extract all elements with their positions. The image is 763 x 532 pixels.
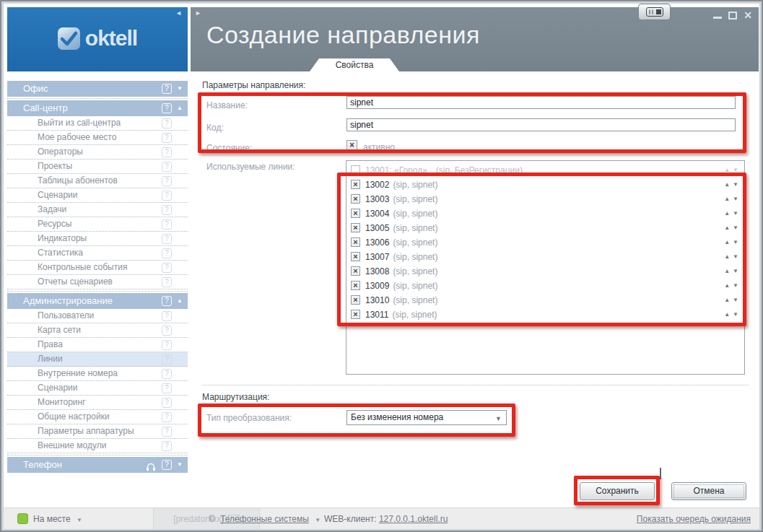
help-icon[interactable]: ?: [162, 234, 172, 244]
active-checkbox[interactable]: ×: [346, 140, 357, 151]
cancel-button[interactable]: Отмена: [671, 482, 746, 500]
help-icon[interactable]: ?: [162, 311, 172, 321]
line-checkbox[interactable]: [351, 165, 360, 175]
help-icon[interactable]: ?: [162, 162, 172, 172]
sidebar-item[interactable]: Отчеты сценариев?: [7, 275, 188, 289]
transform-type-select[interactable]: Без изменения номера ▼: [346, 410, 507, 425]
move-up-icon[interactable]: ▲: [724, 282, 730, 289]
help-icon[interactable]: ?: [162, 412, 172, 422]
name-input[interactable]: [346, 96, 736, 109]
company-link[interactable]: Телефонные системы: [220, 514, 309, 524]
sidebar-item[interactable]: Сценарии?: [7, 381, 188, 396]
sidebar-section-4[interactable]: Телефон?▼: [7, 457, 188, 473]
help-icon[interactable]: ?: [162, 263, 172, 273]
help-icon[interactable]: ?: [162, 248, 172, 258]
sidebar-item[interactable]: Общие настройки?: [7, 410, 188, 424]
sidebar-item[interactable]: Статистика?: [7, 246, 188, 261]
help-icon[interactable]: ?: [162, 369, 172, 379]
line-checkbox[interactable]: ×: [351, 281, 360, 290]
move-down-icon[interactable]: ▼: [733, 311, 738, 318]
sidebar-item[interactable]: Операторы?: [7, 145, 188, 160]
sidebar-item[interactable]: Проекты?: [7, 160, 188, 174]
sidebar-item[interactable]: Задачи?: [7, 203, 188, 217]
help-icon[interactable]: ?: [162, 398, 172, 408]
help-icon[interactable]: ?: [162, 103, 172, 113]
sidebar-item[interactable]: Мое рабочее место?: [7, 131, 188, 145]
move-up-icon[interactable]: ▲: [724, 196, 730, 202]
line-row[interactable]: ×13008(sip, sipnet)▲▼: [346, 264, 744, 279]
help-icon[interactable]: ?: [162, 354, 172, 365]
line-row[interactable]: ×13003(sip, sipnet)▲▼: [346, 192, 744, 206]
help-icon[interactable]: ?: [162, 441, 172, 451]
help-icon[interactable]: ?: [162, 191, 172, 201]
save-button[interactable]: Сохранить: [580, 482, 655, 500]
window-panel-button[interactable]: [638, 4, 671, 20]
help-icon[interactable]: ?: [162, 427, 172, 437]
move-down-icon[interactable]: ▼: [733, 297, 738, 303]
move-up-icon[interactable]: ▲: [724, 239, 730, 245]
move-up-icon[interactable]: ▲: [724, 268, 730, 274]
line-checkbox[interactable]: ×: [351, 180, 360, 189]
sidebar-section-3[interactable]: Администрирование?▲: [7, 293, 188, 309]
move-up-icon[interactable]: ▲: [724, 297, 730, 303]
move-down-icon[interactable]: ▼: [733, 181, 738, 188]
line-checkbox[interactable]: ×: [351, 310, 360, 319]
help-icon[interactable]: ?: [162, 205, 172, 215]
sidebar-item[interactable]: Права?: [7, 338, 188, 352]
maximize-icon[interactable]: [728, 12, 737, 19]
help-icon[interactable]: ?: [162, 133, 172, 143]
line-row[interactable]: ×13005(sip, sipnet)▲▼: [346, 221, 744, 235]
move-up-icon[interactable]: ▲: [724, 181, 730, 188]
line-row[interactable]: ×13004(sip, sipnet)▲▼: [346, 206, 744, 221]
show-queue-link[interactable]: Показать очередь ожидания: [637, 514, 751, 524]
line-row[interactable]: ×13010(sip, sipnet)▲▼: [346, 293, 744, 308]
help-icon[interactable]: ?: [162, 219, 172, 230]
line-checkbox[interactable]: ×: [351, 295, 360, 305]
panel-expand-icon[interactable]: ►: [195, 9, 201, 17]
help-icon[interactable]: ?: [162, 147, 172, 157]
help-icon[interactable]: ?: [162, 383, 172, 393]
move-up-icon[interactable]: ▲: [724, 167, 730, 173]
line-checkbox[interactable]: ×: [351, 194, 360, 204]
sidebar-item[interactable]: Индикаторы?: [7, 232, 188, 246]
help-icon[interactable]: ?: [162, 176, 172, 186]
close-icon[interactable]: ✕: [744, 10, 752, 21]
sidebar-item[interactable]: Выйти из call-центра?: [7, 116, 188, 131]
move-up-icon[interactable]: ▲: [724, 253, 730, 260]
move-down-icon[interactable]: ▼: [733, 196, 738, 202]
line-row[interactable]: ×13011(sip, sipnet)▲▼: [346, 308, 744, 322]
move-down-icon[interactable]: ▼: [733, 224, 738, 231]
move-down-icon[interactable]: ▼: [733, 253, 738, 260]
sidebar-item[interactable]: Ресурсы?: [7, 217, 188, 232]
help-icon[interactable]: ?: [162, 340, 172, 350]
sidebar-item[interactable]: Параметры аппаратуры?: [7, 424, 188, 439]
line-row[interactable]: ×13007(sip, sipnet)▲▼: [346, 250, 744, 264]
line-row[interactable]: ×13006(sip, sipnet)▲▼: [346, 235, 744, 250]
web-client-link[interactable]: 127.0.0.1.oktell.ru: [379, 514, 448, 524]
move-up-icon[interactable]: ▲: [724, 224, 730, 231]
move-down-icon[interactable]: ▼: [733, 167, 738, 173]
minimize-icon[interactable]: [713, 17, 722, 19]
presence-status-icon[interactable]: [17, 513, 28, 524]
sidebar-item[interactable]: Пользователи?: [7, 309, 188, 323]
sidebar-item[interactable]: Таблицы абонентов?: [7, 174, 188, 188]
code-input[interactable]: [346, 118, 736, 131]
tab-properties[interactable]: Свойства: [310, 58, 399, 71]
presence-selector[interactable]: На месте ▼: [33, 514, 82, 524]
help-icon[interactable]: ?: [162, 326, 172, 336]
sidebar-section-1[interactable]: Офис?▼: [7, 81, 188, 97]
line-checkbox[interactable]: ×: [351, 266, 360, 276]
line-row[interactable]: ×13009(sip, sipnet)▲▼: [346, 279, 744, 293]
help-icon[interactable]: ?: [162, 277, 172, 287]
move-down-icon[interactable]: ▼: [733, 268, 738, 274]
line-checkbox[interactable]: ×: [351, 252, 360, 261]
help-icon[interactable]: ?: [162, 118, 172, 128]
sidebar-item[interactable]: Карта сети?: [7, 323, 188, 338]
sidebar-item[interactable]: Мониторинг?: [7, 396, 188, 410]
move-up-icon[interactable]: ▲: [724, 311, 730, 318]
sidebar-section-2[interactable]: Call-центр?▲: [7, 100, 188, 116]
help-icon[interactable]: ?: [162, 296, 172, 306]
sidebar-item[interactable]: Сценарии?: [7, 188, 188, 203]
sidebar-item[interactable]: Внешние модули?: [7, 439, 188, 453]
move-down-icon[interactable]: ▼: [733, 210, 738, 217]
